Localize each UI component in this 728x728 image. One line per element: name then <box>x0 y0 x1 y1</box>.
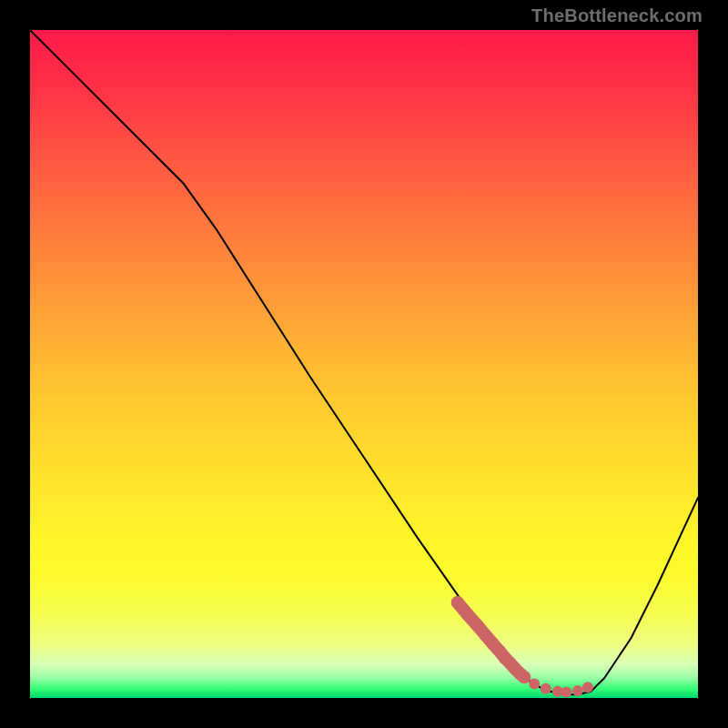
highlight-dot <box>529 679 540 690</box>
chart-svg <box>30 30 698 698</box>
curve-line <box>30 30 698 694</box>
highlight-dot <box>541 683 551 694</box>
highlight-dot <box>572 685 583 696</box>
highlight-dot <box>561 686 571 697</box>
chart-stage: TheBottleneck.com <box>0 0 728 728</box>
chart-plot-area <box>30 30 698 698</box>
highlight-dot <box>582 682 593 693</box>
watermark-text: TheBottleneck.com <box>531 5 703 26</box>
highlight-stroke <box>458 602 524 677</box>
